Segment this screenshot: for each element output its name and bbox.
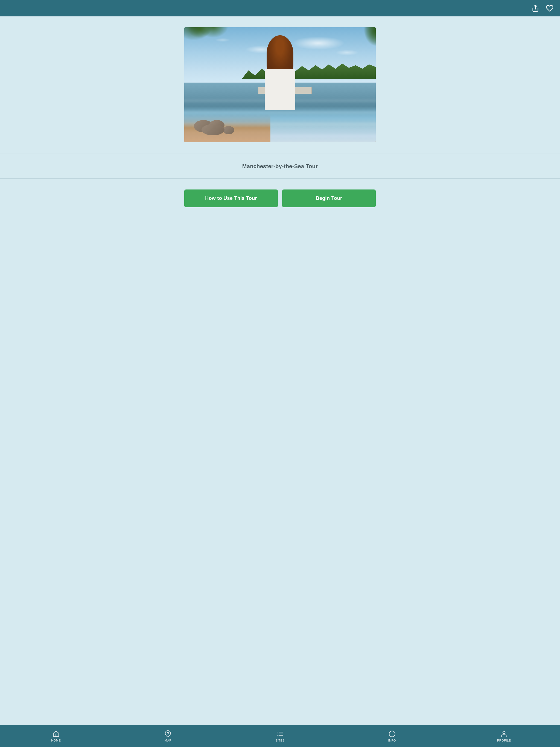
info-icon xyxy=(388,730,396,738)
nav-label-info: INFO xyxy=(388,739,396,742)
tour-title: Manchester-by-the-Sea Tour xyxy=(5,163,555,170)
share-button[interactable] xyxy=(531,3,540,13)
how-to-use-button[interactable]: How to Use This Tour xyxy=(184,189,278,207)
pavilion-body xyxy=(265,69,295,110)
harbor-scene xyxy=(184,27,376,142)
main-content: Manchester-by-the-Sea Tour How to Use Th… xyxy=(0,17,560,725)
nav-label-profile: Profile xyxy=(497,739,511,742)
rocks xyxy=(194,115,271,136)
map-pin-icon xyxy=(164,730,172,738)
favorite-button[interactable] xyxy=(545,3,555,13)
pavilion-roof xyxy=(266,35,294,73)
tree-overlay-right xyxy=(347,27,376,62)
pavilion xyxy=(261,35,299,110)
nav-item-home[interactable]: HOME xyxy=(0,730,112,742)
nav-label-home: HOME xyxy=(51,739,61,742)
begin-tour-button[interactable]: Begin Tour xyxy=(282,189,376,207)
nav-item-map[interactable]: MAP xyxy=(112,730,224,742)
nav-item-profile[interactable]: Profile xyxy=(448,730,560,742)
heart-icon xyxy=(546,4,554,12)
bottom-nav: HOME MAP SITES xyxy=(0,725,560,747)
list-icon xyxy=(276,730,284,738)
hero-image xyxy=(184,27,376,142)
nav-item-sites[interactable]: SITES xyxy=(224,730,336,742)
share-icon xyxy=(532,4,539,12)
svg-point-11 xyxy=(503,731,505,733)
home-icon xyxy=(52,730,60,738)
tour-title-section: Manchester-by-the-Sea Tour xyxy=(0,153,560,178)
nav-label-map: MAP xyxy=(164,739,172,742)
svg-point-1 xyxy=(167,732,169,735)
nav-item-info[interactable]: INFO xyxy=(336,730,448,742)
person-icon xyxy=(500,730,508,738)
rock-3 xyxy=(223,126,234,134)
rock-4 xyxy=(202,124,225,136)
hero-image-container xyxy=(184,27,376,142)
app-header xyxy=(0,0,560,17)
buttons-section: How to Use This Tour Begin Tour xyxy=(184,179,376,218)
nav-label-sites: SITES xyxy=(275,739,285,742)
